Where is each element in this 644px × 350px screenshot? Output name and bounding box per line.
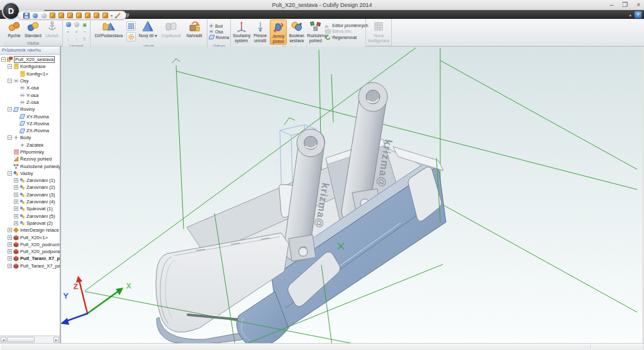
view-cube-icon[interactable]: [58, 12, 65, 19]
tree-item[interactable]: +Pult_X20<1>: [0, 234, 60, 240]
tree-item[interactable]: −Osy: [0, 77, 60, 84]
duplikovat-button[interactable]: Duplikovat: [160, 20, 182, 39]
expand-icon[interactable]: +: [8, 242, 12, 247]
tree-item[interactable]: XY-Rovina: [0, 113, 60, 120]
maximize-button[interactable]: ❐: [622, 0, 628, 10]
tree-item[interactable]: −Body: [0, 134, 60, 141]
collapse-icon[interactable]: −: [8, 135, 12, 140]
view-cube-icon[interactable]: [75, 12, 82, 19]
osa-button[interactable]: Osa: [209, 29, 229, 34]
expand-icon[interactable]: +: [8, 256, 12, 261]
novy-dil-button[interactable]: Nový díl ▾: [136, 20, 159, 39]
scroll-right-icon[interactable]: ►: [53, 337, 59, 342]
souradny-system-button[interactable]: Souřadný systém: [232, 20, 250, 43]
expand-icon[interactable]: +: [14, 178, 18, 183]
gear-icon[interactable]: [126, 32, 136, 42]
minimize-button[interactable]: –: [610, 0, 614, 10]
rychle-button[interactable]: Rychle: [5, 20, 23, 39]
tree-item[interactable]: +Pult_Tarani_X7_paka<: [0, 255, 60, 262]
view-cube-icon[interactable]: [84, 12, 91, 19]
tree-item[interactable]: −Vazby: [0, 170, 60, 177]
tree-item[interactable]: +Pult_X20_podpora_podru: [0, 248, 60, 255]
help-button[interactable]: ?: [635, 11, 641, 18]
tree-item[interactable]: X-osa: [0, 84, 60, 91]
scrollbar-thumb[interactable]: [7, 337, 35, 342]
ball-grey-icon[interactable]: [74, 22, 79, 27]
tree-item[interactable]: +Spárovat (2): [0, 220, 60, 227]
expand-icon[interactable]: +: [14, 221, 18, 225]
check-green-icon[interactable]: ▣: [82, 23, 87, 27]
down-arrow-icon[interactable]: ↓: [67, 37, 70, 42]
pattern-grid-icon[interactable]: [126, 21, 136, 31]
collapse-icon[interactable]: −: [8, 64, 12, 69]
tree-item[interactable]: Y-osa: [0, 91, 60, 98]
rovina-button[interactable]: Rovina: [209, 35, 229, 40]
nova-konfigurace-button[interactable]: Nová konfigurace: [367, 20, 390, 43]
viewport-3d[interactable]: krizma@: [61, 47, 644, 343]
tee-icon[interactable]: T: [83, 37, 86, 42]
ribbon-collapse-icon[interactable]: ▴: [629, 13, 631, 18]
view-cube-icon[interactable]: [93, 12, 100, 19]
ball-blue-icon[interactable]: [66, 22, 71, 27]
tree-item[interactable]: +Zarovnání (4): [0, 198, 60, 205]
standard-button[interactable]: Standard: [24, 20, 42, 39]
ball-grey-icon[interactable]: [40, 12, 47, 19]
tree-item[interactable]: Rozložené pohledy: [0, 162, 60, 169]
rozlozeny-pohled-button[interactable]: Rozložený pohled: [306, 20, 325, 43]
presne-umistit-button[interactable]: Přesné umístit: [251, 20, 269, 43]
tree-item[interactable]: Řezový pohled: [0, 155, 60, 162]
tree-item[interactable]: Z-osa: [0, 99, 60, 106]
tree-item[interactable]: +Spárovat (1): [0, 205, 60, 212]
tree-item[interactable]: −Pult_X20_sestava: [0, 56, 60, 63]
collapse-icon[interactable]: −: [8, 107, 12, 111]
expand-icon[interactable]: +: [14, 193, 18, 197]
pen-icon[interactable]: [114, 12, 121, 19]
collapse-icon[interactable]: −: [1, 57, 6, 62]
stamp-icon[interactable]: ◦: [75, 37, 77, 42]
tree-item[interactable]: Připomínky: [0, 149, 60, 155]
box-icon[interactable]: ▪: [67, 30, 69, 35]
view-cube-icon[interactable]: [49, 12, 56, 19]
bod-button[interactable]: Bod: [209, 23, 229, 28]
view-cube-icon[interactable]: [67, 12, 74, 19]
tree-item[interactable]: YZ-Rovina: [0, 120, 60, 127]
tree-horizontal-scrollbar[interactable]: ◄ ►: [0, 336, 60, 343]
ball-blue-icon[interactable]: [31, 12, 38, 19]
view-cube-icon[interactable]: [102, 12, 109, 19]
tree-item[interactable]: ZX-Rovina: [0, 127, 60, 134]
close-button[interactable]: ×: [636, 0, 640, 10]
regenerovat-button[interactable]: Regenerovat: [325, 35, 364, 40]
tree-item[interactable]: +Zarovnání (5): [0, 213, 60, 220]
tree-item[interactable]: Začátek: [0, 142, 60, 149]
tree-item[interactable]: +Zarovnání (3): [0, 191, 60, 198]
ukotvit-button[interactable]: Ukotvit: [43, 20, 61, 39]
collapse-icon[interactable]: −: [8, 171, 12, 176]
tree-item[interactable]: +Zarovnání (1): [0, 177, 60, 184]
expand-icon[interactable]: +: [8, 249, 12, 254]
expand-icon[interactable]: +: [14, 185, 18, 189]
expand-icon[interactable]: +: [8, 228, 12, 232]
expand-icon[interactable]: +: [14, 206, 18, 211]
tree-item[interactable]: −Konfigurace: [0, 63, 60, 70]
dil-podsestava-button[interactable]: Díl/Podsestava: [92, 20, 126, 39]
expand-icon[interactable]: +: [14, 214, 18, 218]
tree-item[interactable]: Konfig<1>: [0, 71, 60, 77]
tree-item[interactable]: +Zarovnání (2): [0, 184, 60, 191]
barva-dilu-button[interactable]: Barva dílu: [325, 29, 364, 34]
expand-icon[interactable]: +: [14, 200, 18, 204]
corner-icon[interactable]: ¬: [83, 30, 86, 35]
tree-item[interactable]: +Pult_Tarani_X7_paka<2>: [0, 262, 60, 269]
expand-icon[interactable]: +: [8, 235, 12, 240]
save-icon[interactable]: [23, 12, 30, 19]
scroll-left-icon[interactable]: ◄: [1, 337, 6, 342]
editor-promennych-button[interactable]: fx Editor proměnných: [325, 23, 364, 28]
tree-item[interactable]: +InterDesign relace: [0, 227, 60, 234]
dropdown-arrow-icon[interactable]: ▾: [111, 13, 113, 18]
tree-item[interactable]: +Pult_X20_podrucnik<1>: [0, 241, 60, 248]
nahradit-button[interactable]: Nahradit: [183, 20, 206, 39]
jemny-posuv-button[interactable]: Jemný posuv: [270, 20, 287, 45]
cross-icon[interactable]: ×: [75, 30, 78, 35]
expand-icon[interactable]: +: [8, 264, 12, 268]
boolean-sestava-button[interactable]: Boolean sestava: [287, 20, 306, 43]
tree-item[interactable]: −Roviny: [0, 106, 60, 113]
